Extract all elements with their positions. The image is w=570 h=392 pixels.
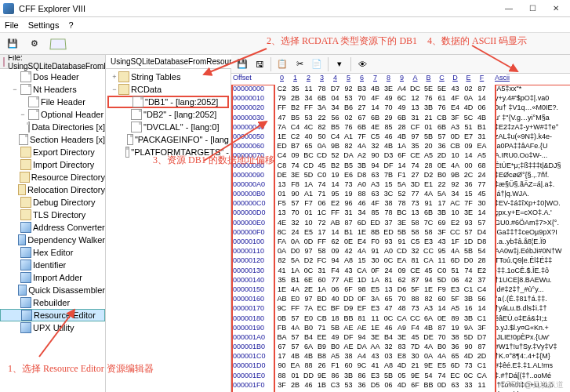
menu-settings[interactable]: Settings — [28, 20, 60, 30]
hex-row[interactable]: 00000090DE3E5DC019E6D8637BF127D2B09B2C24… — [231, 171, 570, 180]
save-icon[interactable]: 💾 — [234, 56, 250, 72]
bytes-cell[interactable]: 90EA8826F1609C41A84D219EE56D73C1 — [275, 361, 492, 371]
bytes-cell[interactable]: 9CFF7AECBFD9EFE3474873A314A51614 — [275, 304, 492, 314]
hex-row[interactable]: 00000190FB4AB0715BAEAE1E46A9F44B87199A3F… — [231, 324, 570, 333]
tree-item[interactable]: Address Converter — [0, 221, 105, 234]
bytes-cell[interactable]: BA57B4EE49DF943EB43E45DE70385DD7 — [275, 333, 492, 343]
bytes-cell[interactable]: 825AD2FC94A815300CEA81CA116DD028 — [275, 256, 492, 266]
bytes-cell[interactable]: ABE097BD40DD0F3A65708882605F3B56 — [275, 295, 492, 304]
bytes-cell[interactable]: 0AD0975809424A91A0CD32CC954A5B54 — [275, 247, 492, 256]
tree-item[interactable]: Data Directories [x] — [0, 121, 105, 133]
hex-row[interactable]: 00000100FA0A0DFF620EE4F09391C5E3431F1DD8… — [231, 238, 570, 247]
bytes-cell[interactable]: 1370011CFF31348578BC136B3B103E14 — [275, 209, 492, 218]
bytes-cell[interactable]: EDB7650A9B824A324B1A352036CB09EA — [275, 142, 492, 151]
copy-icon[interactable]: 📋 — [274, 56, 290, 72]
tree-item[interactable]: Identifier — [0, 259, 105, 271]
view-icon[interactable]: 👁 — [354, 56, 370, 72]
bytes-cell[interactable]: 0190A171951988633C52774A5A341545 — [275, 190, 492, 199]
hex-row[interactable]: 000000C0F557F706E296464F3878739117AC7F30… — [231, 199, 570, 209]
menu-file[interactable]: File — [5, 20, 19, 30]
hex-row[interactable]: 000000B00190A171951988633C52774A5A341545… — [231, 190, 570, 199]
tree-item[interactable]: Debug Directory — [0, 196, 105, 209]
hex-row[interactable]: 000000D01370011CFF31348578BC136B3B103E14… — [231, 209, 570, 218]
hex-row[interactable]: 000001C0174B4BB8A538A44303E8300A4A654D2D… — [231, 352, 570, 361]
tree-item[interactable]: Import Adder — [0, 271, 105, 284]
bytes-cell[interactable]: 174B4BB8A538A44303E8300A4A654D2D — [275, 352, 492, 361]
resource-item[interactable]: −RCData — [107, 83, 229, 96]
tree-item[interactable]: Relocation Directory — [0, 183, 105, 196]
bytes-cell[interactable]: 13F81A741473A0A3155A3DE122923677 — [275, 180, 492, 190]
bytes-cell[interactable]: 35B16E6077AE1D1A816287945D064237 — [275, 276, 492, 285]
tree-item[interactable]: Resource Directory — [0, 171, 105, 183]
hex-row[interactable]: 000000A013F81A741473A0A3155A3DE122923677… — [231, 180, 570, 190]
bytes-cell[interactable]: 411A0C31F443CA0F2409CE45C05174E2 — [275, 267, 492, 276]
tree-item[interactable]: Import Directory — [0, 158, 105, 171]
bytes-cell[interactable]: 47B553225602676B296B3121CB3F5C4B — [275, 114, 492, 123]
resource-item[interactable]: "DVCLAL" - [lang:0] — [107, 121, 229, 133]
hex-row[interactable]: 000001D090EA8826F1609C41A84D219EE56D73C1… — [231, 361, 570, 371]
hex-row[interactable]: 000000501EC24050C4A17FC5464B975B570DE731… — [231, 132, 570, 142]
tree-item[interactable]: UPX Utility — [0, 321, 105, 334]
hex-row[interactable]: 00000000C2351178D792B34B3EA4DC5E5E430287… — [231, 85, 570, 94]
disk-icon[interactable]: 🖫 — [252, 56, 267, 72]
maximize-button[interactable]: ☐ — [521, 2, 543, 16]
resource-item[interactable]: "PLATFORMTARGETS" - — [107, 146, 229, 158]
bytes-cell[interactable]: FFB2FF3A34B627147049133B76E44D06 — [275, 103, 492, 113]
hex-row[interactable]: 00000020FFB2FF3A34B627147049133B76E44D06… — [231, 103, 570, 113]
expand-icon[interactable]: − — [111, 85, 118, 93]
hex-row[interactable]: 000001100AD0975809424A91A0CD32CC954A5B54… — [231, 247, 570, 256]
resource-item[interactable]: "PACKAGEINFO" - [lang — [107, 133, 229, 146]
bytes-cell[interactable]: 8801DD9E863B86E35B059E5474EC0CCA — [275, 372, 492, 381]
hex-row[interactable]: 0000003047B553225602676B296B3121CB3F5C4B… — [231, 114, 570, 123]
tree-item[interactable]: Resource Editor — [0, 309, 105, 321]
hex-row[interactable]: 00000010792B346B0453704F496C1276614F0A14… — [231, 94, 570, 103]
close-button[interactable]: ✕ — [545, 2, 567, 16]
tree-item[interactable]: Hex Editor — [0, 246, 105, 259]
tree-item[interactable]: TLS Directory — [0, 209, 105, 221]
tree-item[interactable]: Export Directory — [0, 146, 105, 158]
bytes-cell[interactable]: 3F2B461BC35336D5064D6FBB0D633311 — [275, 381, 492, 390]
hex-row[interactable]: 000000F08C24E51714B11E8BED5B58583FCC57D4… — [231, 228, 570, 238]
hex-row[interactable]: 000001501E4A2E1A066F98E513D65F1EF9E3C1C4… — [231, 285, 570, 295]
bytes-cell[interactable]: 4E321072AB876DED373E587C69E29357 — [275, 219, 492, 228]
open-book-icon[interactable] — [49, 37, 67, 51]
cut-icon[interactable]: ✂ — [292, 56, 307, 72]
tree-item[interactable]: −Optional Header — [0, 108, 105, 121]
bytes-cell[interactable]: C874CD45B2B53B94DF1474280E4A0068 — [275, 162, 492, 171]
dropdown-icon[interactable]: ▾ — [332, 56, 347, 72]
bytes-cell[interactable]: C2351178D792B34B3EA4DC5E5E430287 — [275, 85, 492, 94]
hex-row[interactable]: 000000E04E321072AB876DED373E587C69E29357… — [231, 219, 570, 228]
bytes-cell[interactable]: 8C24E51714B11E8BED5B58583FCC57D4 — [275, 228, 492, 238]
tree-item[interactable]: Rebuilder — [0, 296, 105, 309]
bytes-cell[interactable]: 792B346B0453704F496C1276614F0A14 — [275, 94, 492, 103]
resource-tab[interactable]: UsingSQLiteDatabaseFromResour... — [106, 55, 243, 68]
tree-item[interactable]: File Header — [0, 96, 105, 108]
bytes-cell[interactable]: F557F706E296464F3878739117AC7F30 — [275, 199, 492, 209]
resource-item[interactable]: "DB1" - [lang:2052] — [107, 96, 229, 108]
hex-row[interactable]: 00000060EDB7650A9B824A324B1A352036CB09EA… — [231, 142, 570, 151]
bytes-cell[interactable]: 67576AB9B0AEDAAA32837D4AB0369087 — [275, 343, 492, 352]
minimize-button[interactable]: — — [498, 2, 520, 16]
bytes-cell[interactable]: 1EC24050C4A17FC5464B975B570DE731 — [275, 132, 492, 142]
hex-row[interactable]: 00000130411A0C31F443CA0F2409CE45C05174E2… — [231, 267, 570, 276]
resource-item[interactable]: +String Tables — [107, 71, 229, 83]
resource-item[interactable]: "DB2" - [lang:2052] — [107, 108, 229, 121]
menu-help[interactable]: ? — [68, 20, 73, 30]
tree-item[interactable]: Section Headers [x] — [0, 133, 105, 146]
hex-row[interactable]: 000001709CFF7AECBFD9EFE3474873A314A51614… — [231, 304, 570, 314]
bytes-cell[interactable]: FA0A0DFF620EE4F09391C5E3431F1DD8 — [275, 238, 492, 247]
expand-icon[interactable]: − — [19, 111, 27, 118]
hex-row[interactable]: 00000160ABE097BD40DD0F3A65708882605F3B56… — [231, 295, 570, 304]
hex-row[interactable]: 00000120825AD2FC94A815300CEA81CA116DD028… — [231, 256, 570, 266]
bytes-cell[interactable]: FB4AB0715BAEAE1E46A9F44B87199A3F — [275, 324, 492, 333]
hex-row[interactable]: 00000080C874CD45B2B53B94DF1474280E4A0068… — [231, 162, 570, 171]
paste-icon[interactable]: 📄 — [309, 56, 325, 72]
bytes-cell[interactable]: C409BCCD52DAA290D36FCEA52D1014A5 — [275, 151, 492, 161]
tree-item[interactable]: Dos Header — [0, 71, 105, 83]
hex-row[interactable]: 000001A0BA57B4EE49DF943EB43E45DE70385DD7… — [231, 333, 570, 343]
settings-icon[interactable]: ⚙ — [27, 36, 42, 52]
hex-row[interactable]: 000001800B57E0CB18BB81110CCACC6A0E893BC1… — [231, 314, 570, 324]
bytes-cell[interactable]: DE3E5DC019E6D8637BF127D2B09B2C24 — [275, 171, 492, 180]
tree-item[interactable]: Dependency Walker — [0, 234, 105, 246]
hex-view[interactable]: Offset 0123456789ABCDEF Ascii 00000000C2… — [231, 74, 570, 392]
